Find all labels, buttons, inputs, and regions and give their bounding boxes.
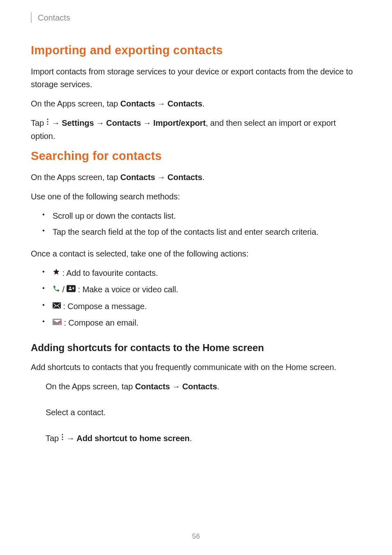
step1-bold2: Contacts — [182, 382, 217, 391]
tap-prefix: Tap — [31, 118, 46, 127]
svg-rect-3 — [67, 285, 76, 292]
tap-bold-importexport: Import/export — [153, 118, 206, 127]
tap-bold-settings: Settings — [62, 118, 94, 127]
step3-bold: Add shortcut to home screen — [76, 434, 189, 443]
import-export-intro: Import contacts from storage services to… — [31, 65, 361, 91]
nav-bold-contacts-1: Contacts — [120, 99, 155, 108]
action-email-text: : Compose an email. — [62, 318, 138, 327]
shortcut-steps: On the Apps screen, tap Contacts→Contact… — [46, 380, 361, 445]
shortcut-step-3: Tap →Add shortcut to home screen. — [46, 432, 361, 445]
arrow-icon: → — [172, 380, 180, 393]
more-menu-icon — [46, 116, 49, 129]
list-item: @ : Compose an email. — [42, 317, 361, 330]
action-msg-text: : Compose a message. — [61, 302, 147, 311]
svg-point-2 — [47, 124, 48, 125]
tap-bold-contacts: Contacts — [106, 118, 141, 127]
arrow-icon: → — [66, 432, 74, 445]
step3-suffix: . — [189, 434, 191, 443]
list-item: : Add to favourite contacts. — [42, 267, 361, 280]
arrow-icon: → — [96, 117, 104, 130]
nav-bold-contacts-1: Contacts — [120, 173, 155, 182]
search-methods-list: Scroll up or down the contacts list. Tap… — [42, 210, 361, 238]
svg-point-4 — [69, 287, 71, 288]
arrow-icon: → — [143, 117, 151, 130]
shortcut-step-2: Select a contact. — [46, 406, 361, 419]
phone-icon — [53, 283, 60, 296]
action-call-text: : Make a voice or video call. — [76, 285, 178, 294]
step1-suffix: . — [217, 382, 219, 391]
import-export-nav-line: On the Apps screen, tap Contacts→Contact… — [31, 97, 361, 110]
arrow-icon: → — [157, 171, 166, 184]
nav-prefix: On the Apps screen, tap — [31, 173, 120, 182]
star-icon — [53, 266, 60, 279]
nav-prefix: On the Apps screen, tap — [31, 99, 120, 108]
search-methods-intro: Use one of the following search methods: — [31, 190, 361, 203]
import-export-tap-line: Tap →Settings→Contacts→Import/export, an… — [31, 117, 361, 143]
svg-point-9 — [62, 434, 63, 435]
svg-text:@: @ — [59, 322, 61, 325]
call-sep: / — [60, 285, 67, 294]
search-nav-line: On the Apps screen, tap Contacts→Contact… — [31, 171, 361, 184]
search-actions-list: : Add to favourite contacts. / : Make a … — [42, 267, 361, 330]
step1-bold1: Contacts — [135, 382, 170, 391]
svg-point-0 — [47, 119, 48, 120]
message-icon — [53, 300, 61, 312]
svg-point-1 — [47, 121, 48, 123]
header-breadcrumb-row: Contacts — [31, 12, 361, 23]
list-item: / : Make a voice or video call. — [42, 283, 361, 296]
subsection-title-shortcut: Adding shortcuts for contacts to the Hom… — [31, 342, 361, 354]
breadcrumb: Contacts — [38, 13, 70, 23]
shortcut-intro: Add shortcuts to contacts that you frequ… — [31, 361, 361, 374]
nav-suffix: . — [202, 99, 204, 108]
step3-prefix: Tap — [46, 434, 61, 443]
arrow-icon: → — [157, 97, 166, 110]
list-item: Scroll up or down the contacts list. — [42, 210, 361, 222]
section-title-import-export: Importing and exporting contacts — [31, 44, 361, 57]
more-menu-icon — [61, 432, 64, 444]
header-divider-bar — [31, 12, 32, 23]
section-title-search: Searching for contacts — [31, 149, 361, 163]
search-actions-intro: Once a contact is selected, take one of … — [31, 247, 361, 260]
video-call-icon — [67, 283, 76, 296]
page-content: Contacts Importing and exporting contact… — [0, 0, 392, 445]
email-icon: @ — [53, 316, 62, 329]
nav-suffix: . — [202, 173, 204, 182]
arrow-icon: → — [51, 117, 60, 130]
svg-point-10 — [62, 437, 63, 438]
action-fav-text: : Add to favourite contacts. — [60, 268, 158, 278]
step1-prefix: On the Apps screen, tap — [46, 382, 135, 391]
nav-bold-contacts-2: Contacts — [167, 99, 202, 108]
list-item: Tap the search field at the top of the c… — [42, 226, 361, 238]
svg-point-11 — [62, 439, 63, 440]
shortcut-step-1: On the Apps screen, tap Contacts→Contact… — [46, 380, 361, 393]
list-item: : Compose a message. — [42, 300, 361, 313]
page-number: 56 — [0, 532, 392, 541]
nav-bold-contacts-2: Contacts — [167, 173, 202, 182]
